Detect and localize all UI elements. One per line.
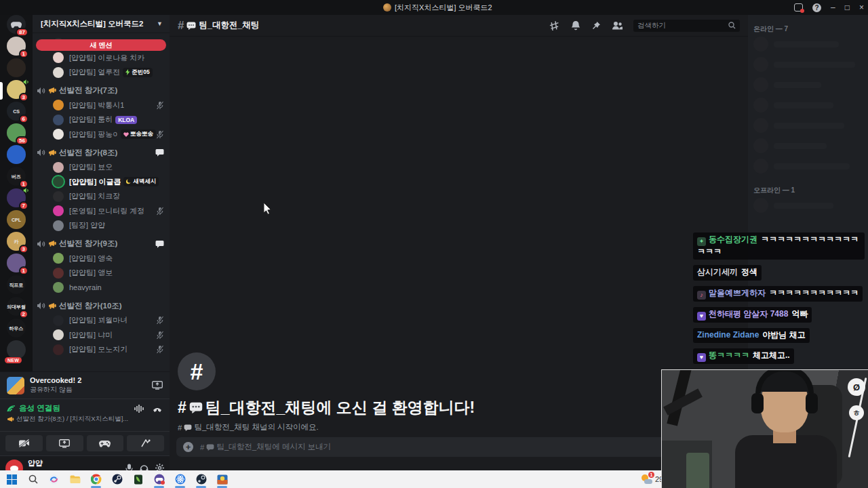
maximize-button[interactable]: □ — [845, 3, 850, 12]
taskbar-app-search[interactable] — [26, 473, 39, 486]
member-list-row[interactable] — [753, 75, 863, 95]
new-badge: NEW — [5, 357, 22, 363]
channel-hash-icon: # — [178, 19, 184, 33]
voice-member-row[interactable]: [얍얍팀] 툼히KLOA — [33, 113, 170, 127]
member-list-row[interactable] — [753, 34, 863, 54]
screen-share-icon[interactable] — [152, 381, 163, 390]
voice-member-row[interactable]: [운영팀] 모니터링 계정 — [33, 204, 170, 219]
voice-member-row[interactable]: [얍얍팀] 이로나용 치카 — [33, 51, 170, 66]
voice-member-row[interactable]: [얍얍팀] 앵보 — [33, 266, 170, 281]
member-list-row[interactable] — [753, 54, 863, 75]
inbox-icon[interactable] — [794, 3, 803, 12]
voice-member-row[interactable]: [얍얍팀] 뵤오 — [33, 160, 170, 175]
message-composer[interactable]: + # 팀_대항전_채팅에 메시지 보내기 — [176, 437, 739, 457]
voice-channel-row[interactable]: 선발전 참가(8조) — [33, 145, 170, 160]
new-mention-pill[interactable]: 새 멘션 — [36, 39, 166, 51]
voice-member-row[interactable]: [얍얍팀] 치크장 — [33, 189, 170, 204]
taskbar-app-notebook[interactable] — [132, 473, 144, 486]
speaker-icon — [37, 87, 45, 95]
rail-item-server-photo[interactable]: 1 — [0, 253, 33, 275]
rail-item-server-buzz[interactable]: 버즈1 — [0, 167, 33, 188]
voice-channel-detail[interactable]: 선발전 참가(8조) / [치지직X치스티벌]... — [7, 415, 163, 424]
notifications-bell-icon[interactable] — [571, 20, 580, 30]
chat-bubble-icon[interactable] — [155, 240, 164, 248]
rail-item-home-discord[interactable]: 87 — [0, 15, 33, 37]
camera-off-button[interactable] — [5, 435, 43, 451]
search-input[interactable]: 검색하기 — [633, 20, 740, 32]
rail-item-server-purple[interactable]: 7 — [0, 188, 33, 210]
chat-bubble-icon[interactable] — [155, 148, 164, 157]
voice-member-row[interactable]: heavyrain — [33, 281, 170, 296]
server-icon-server-treasure[interactable] — [7, 58, 26, 77]
rail-item-server-cpl[interactable]: CPL — [0, 210, 33, 232]
unread-badge: 7 — [19, 201, 28, 210]
member-name: [얍얍팀] 모노지기 — [69, 344, 127, 354]
taskbar-app-start[interactable] — [5, 473, 18, 486]
pin-icon[interactable] — [591, 21, 601, 30]
rail-item-server-droplet[interactable] — [0, 145, 33, 167]
server-header[interactable]: [치지직X치스티벌] 오버쿡드2 ▼ — [33, 15, 170, 33]
taskbar-app-chrome[interactable] — [90, 473, 102, 486]
active-indicator — [175, 486, 185, 488]
taskbar-app-overcooked[interactable] — [216, 473, 229, 486]
taskbar-weather[interactable]: 1 29 — [642, 470, 663, 488]
voice-member-row[interactable]: [얍얍팀] 팡농이뽀송뽀송 — [33, 127, 170, 142]
taskbar-app-explorer[interactable] — [68, 473, 81, 486]
server-icon-server-jikpro[interactable]: 직프로 — [7, 275, 26, 294]
member-list-row[interactable] — [753, 156, 863, 176]
minimize-button[interactable]: – — [831, 3, 835, 12]
voice-activity-icon — [23, 187, 30, 194]
rail-item-server-house[interactable]: 하우스 — [0, 319, 33, 340]
rail-item-server-cs[interactable]: CS6 — [0, 102, 33, 123]
voice-member-row[interactable]: [얍얍팀] 냐미 — [33, 328, 170, 343]
member-name: [운영팀] 모니터링 계정 — [69, 206, 144, 216]
close-button[interactable]: × — [859, 3, 864, 12]
rail-item-dm-avatar[interactable]: 1 — [0, 37, 33, 58]
voice-member-row[interactable]: [얍얍팀] 얼루전준빈05 — [33, 65, 170, 80]
rail-item-server-new[interactable]: NEW — [0, 340, 33, 362]
rail-item-server-field[interactable]: 56 — [0, 123, 33, 145]
member-list-icon[interactable] — [612, 21, 623, 30]
taskbar-app-steam-2[interactable] — [195, 473, 208, 486]
voice-channel-row[interactable]: 선발전 참가(9조) — [33, 237, 170, 251]
voice-member-row[interactable]: [얍얍팀] 이글콥새벽세시 — [33, 175, 170, 190]
taskbar-app-copilot[interactable] — [47, 473, 60, 486]
voice-member-row[interactable]: [팀장] 얍얍 — [33, 218, 170, 233]
taskbar-app-atom-app[interactable] — [174, 473, 186, 486]
taskbar-app-steam[interactable] — [111, 473, 123, 486]
threads-icon[interactable] — [549, 21, 560, 30]
server-icon-server-new[interactable] — [7, 340, 26, 359]
voice-member-row[interactable]: [얍얍팀] 모노지기 — [33, 342, 170, 357]
attach-plus-icon[interactable]: + — [183, 442, 193, 452]
active-indicator — [154, 486, 164, 488]
taskbar-app-gamehub[interactable] — [153, 473, 165, 486]
rail-item-server-jikpro[interactable]: 직프로 — [0, 275, 33, 297]
rail-item-server-flower[interactable]: 3 — [0, 80, 33, 102]
server-icon-server-cpl[interactable]: CPL — [7, 210, 26, 229]
server-icon-server-droplet[interactable] — [7, 145, 26, 164]
help-icon[interactable]: ? — [812, 3, 821, 12]
speaker-icon — [37, 240, 45, 248]
screen-share-button[interactable] — [46, 435, 83, 451]
rail-item-server-uidae[interactable]: 의대부썰2 — [0, 297, 33, 319]
member-list-row[interactable] — [753, 115, 863, 136]
member-list-row[interactable] — [753, 195, 863, 216]
soundboard-button[interactable] — [127, 435, 164, 451]
voice-channel-row[interactable]: 선발전 참가(7조) — [33, 83, 170, 98]
overlay-chat-username: 삼시기세끼 — [697, 267, 738, 277]
member-avatar — [53, 220, 64, 231]
voice-bars-icon[interactable] — [134, 405, 144, 413]
server-icon-server-house[interactable]: 하우스 — [7, 319, 26, 338]
voice-member-row[interactable]: [얍얍팀] 박통시1 — [33, 98, 170, 113]
disconnect-call-icon[interactable] — [152, 405, 163, 413]
rail-item-server-ka[interactable]: 카3 — [0, 232, 33, 253]
member-list-row[interactable] — [753, 95, 863, 115]
mic-muted-icon — [156, 316, 164, 325]
voice-member-row[interactable]: [얍얍팀] 앵숙 — [33, 251, 170, 266]
rail-item-server-treasure[interactable] — [0, 58, 33, 80]
voice-member-row[interactable]: [얍얍팀] 꾀월마녀 — [33, 313, 170, 328]
member-list-row[interactable] — [753, 136, 863, 156]
voice-channel-row[interactable]: 선발전 참가(10조) — [33, 298, 170, 313]
overlay-chat-line: Zinedine Zidane야밥님 채고 — [693, 328, 867, 348]
activities-button[interactable] — [87, 435, 124, 451]
